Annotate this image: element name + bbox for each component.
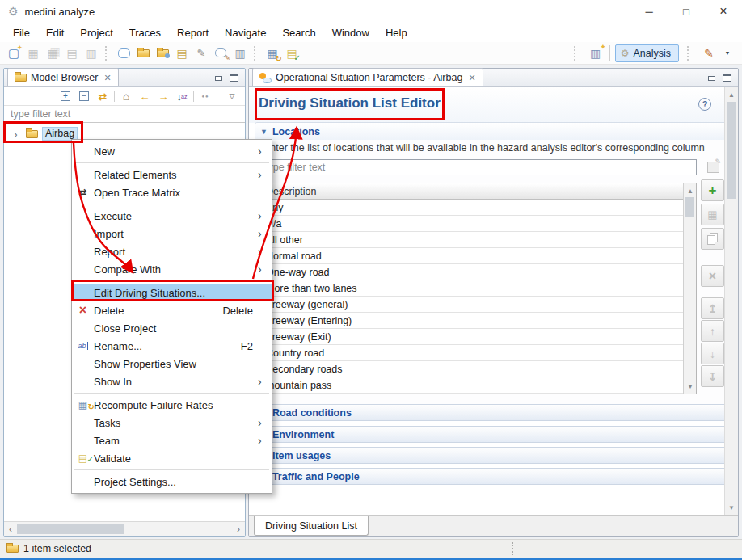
menu-item-recompute-failure-rates[interactable]: Recompute Failure Rates [72,396,272,414]
recompute-failure-rates-icon[interactable] [263,44,281,62]
location-row-freeway-general[interactable]: Freeway (general) [261,297,696,313]
location-row-any[interactable]: Any [261,200,696,216]
annotate-icon[interactable] [192,44,210,62]
home-icon[interactable] [119,89,133,103]
button-move-up-icon[interactable] [701,320,724,342]
location-row-n-a[interactable]: N/a [261,216,696,232]
model-browser-filter-input[interactable]: type filter text [4,105,245,123]
view-maximize-icon[interactable] [230,74,238,82]
new-wizard-icon[interactable] [5,44,23,62]
menu-item-execute[interactable]: Execute› [72,207,272,225]
section-road-conditions[interactable]: ▶Road conditions [255,404,728,421]
locations-filter-input[interactable]: type filter text [260,159,697,175]
location-row-more-than-two-lanes[interactable]: more than two lanes [261,280,696,297]
view-maximize-icon[interactable] [723,74,731,82]
menu-item-show-in[interactable]: Show In› [72,373,272,390]
button-move-down-icon[interactable] [701,343,724,364]
menu-item-rename[interactable]: Rename...F2 [72,337,272,355]
button-copy-icon[interactable] [701,228,724,250]
editor-scrollbar[interactable]: ▲ ▼ [724,87,738,515]
scrollbar-thumb[interactable] [17,524,124,534]
discussion-icon[interactable] [212,44,230,62]
menu-item-import[interactable]: Import› [72,225,272,242]
scroll-right-icon[interactable]: › [232,522,245,536]
menu-item-report[interactable]: Report› [72,242,272,260]
section-collapse-icon[interactable]: ▼ [260,128,268,136]
menu-project[interactable]: Project [72,24,120,41]
note-icon[interactable] [173,44,191,62]
menu-file[interactable]: File [5,24,38,41]
link-with-editor-icon[interactable] [95,89,110,103]
collapse-all-icon[interactable]: − [77,89,91,103]
menu-item-validate[interactable]: Validate [72,449,272,467]
location-row-secondary-roads[interactable]: Secondary roads [261,361,696,377]
horizontal-scrollbar[interactable]: ‹ › [4,521,245,536]
menu-edit[interactable]: Edit [38,24,72,41]
tab-operational-situation-parameters[interactable]: Operational Situation Parameters - Airba… [252,68,483,86]
section-traffic-and-people[interactable]: ▶Traffic and People [255,468,728,485]
location-row-all-other[interactable]: All other [261,232,696,248]
table-scrollbar[interactable]: ▲ ▼ [683,183,696,394]
menu-item-new[interactable]: New› [72,142,272,160]
scroll-up-icon[interactable]: ▲ [684,184,697,197]
tree-expand-chevron-icon[interactable]: › [14,128,22,141]
menu-item-open-trace-matrix[interactable]: Open Trace Matrix [72,183,272,201]
button-move-bottom-icon[interactable] [701,365,724,387]
menu-report[interactable]: Report [169,24,217,41]
minimize-button[interactable]: ─ [630,0,668,23]
scrollbar-thumb[interactable] [685,197,694,217]
menu-item-close-project[interactable]: Close Project [72,319,272,337]
view-minimize-icon[interactable] [214,74,223,82]
scroll-up-icon[interactable]: ▲ [725,88,738,101]
save-icon[interactable] [24,44,42,62]
folder-history-icon[interactable] [154,44,171,62]
save-all-icon[interactable] [44,44,61,62]
comment-icon[interactable] [115,44,133,62]
open-perspective-icon[interactable] [587,44,605,62]
print-icon[interactable] [63,44,81,62]
section-environment[interactable]: ▶Environment [255,426,728,443]
export-report-icon[interactable] [82,44,100,62]
validate-icon[interactable] [283,44,301,62]
scroll-down-icon[interactable]: ▼ [684,380,697,393]
menu-navigate[interactable]: Navigate [217,24,274,41]
tab-model-browser[interactable]: Model Browser ✕ [7,68,119,86]
button-add-table-icon[interactable] [701,204,724,225]
menu-item-compare-with[interactable]: Compare With› [72,260,272,278]
menu-window[interactable]: Window [324,24,377,41]
report-book-icon[interactable] [231,44,249,62]
locations-section-header[interactable]: ▼ Locations [255,123,727,140]
section-item-usages[interactable]: ▶Item usages [255,447,728,464]
menu-item-edit-driving-situations[interactable]: Edit Driving Situations... [72,284,272,301]
menu-item-delete[interactable]: DeleteDelete [72,301,272,319]
location-row-freeway-entering[interactable]: Freeway (Entering) [261,313,696,329]
sort-icon[interactable] [175,89,189,103]
tab-close-icon[interactable]: ✕ [103,73,111,83]
menu-help[interactable]: Help [377,24,415,41]
back-icon[interactable] [137,89,152,103]
menu-item-project-settings[interactable]: Project Settings... [72,473,272,491]
scroll-down-icon[interactable]: ▼ [725,501,738,514]
forward-icon[interactable] [156,89,171,103]
location-row-country-road[interactable]: Country road [261,345,696,361]
menu-item-tasks[interactable]: Tasks› [72,414,272,432]
help-icon[interactable]: ? [698,98,711,111]
button-delete-gray-icon[interactable] [701,265,724,287]
analysis-perspective-button[interactable]: ⚙ Analysis [615,44,679,62]
menu-traces[interactable]: Traces [121,24,169,41]
view-minimize-icon[interactable] [707,74,716,82]
maximize-button[interactable]: □ [668,0,705,23]
button-add-icon[interactable] [701,179,724,201]
open-folder-icon[interactable] [134,44,152,62]
button-move-top-icon[interactable] [701,297,724,319]
tab-close-icon[interactable]: ✕ [468,73,475,83]
location-row-freeway-exit[interactable]: Freeway (Exit) [261,329,696,345]
expand-all-icon[interactable]: + [58,89,73,103]
menu-item-team[interactable]: Team› [72,432,272,449]
scrollbar-thumb[interactable] [727,102,736,199]
scroll-left-icon[interactable]: ‹ [4,522,17,536]
menu-item-related-elements[interactable]: Related Elements› [72,166,272,183]
view-menu-icon[interactable] [225,89,239,103]
filters-icon[interactable] [198,89,213,103]
column-header-description[interactable]: Description [261,183,696,200]
